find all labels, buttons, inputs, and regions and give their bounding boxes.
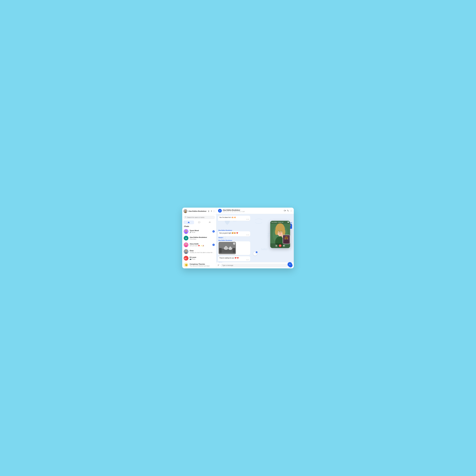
video-call-main: Alaa Eddine - Muted call <box>270 221 290 248</box>
chat-badge-tyson: 6 <box>212 230 215 233</box>
svg-point-19 <box>186 244 187 244</box>
svg-rect-29 <box>284 210 285 211</box>
search-box[interactable] <box>184 216 215 219</box>
svg-point-70 <box>287 238 287 238</box>
chat-header: A Alaa Eddine Boubekeur Seen on Fri, 31 … <box>216 208 294 214</box>
attach-button[interactable] <box>218 264 220 267</box>
app-window: Alaa Eddine Boubekeur 🗑 ⬇ ⬚ <box>182 208 294 268</box>
svg-point-21 <box>185 250 187 252</box>
sidebar-header-icons: 🗑 ⬇ ⬚ <box>208 210 215 212</box>
delete-icon[interactable]: 🗑 <box>208 210 210 212</box>
message-text-1: Yes I'm down for it 🔥 🔥 <box>219 217 236 218</box>
svg-point-2 <box>184 212 187 213</box>
cat-image: ⤢ <box>219 242 236 254</box>
chat-item-conspiracy[interactable]: 😟 Conspiracy Theories The internet is fi… <box>182 262 216 268</box>
end-call-button[interactable] <box>279 244 282 247</box>
scroll-down-icon: ↓ <box>255 253 255 255</box>
svg-point-57 <box>282 229 285 235</box>
svg-rect-40 <box>219 248 222 253</box>
svg-point-17 <box>185 245 187 247</box>
video-call-button[interactable] <box>284 210 286 212</box>
audio-wave-2 <box>218 237 223 238</box>
svg-line-6 <box>186 218 187 218</box>
chat-item-omer[interactable]: Ömer Usually you won't be able to close … <box>182 248 216 255</box>
svg-point-14 <box>186 231 187 231</box>
chat-main: A Alaa Eddine Boubekeur Seen on Fri, 31 … <box>216 208 294 268</box>
svg-point-24 <box>186 251 187 251</box>
chat-nav-tab[interactable] <box>194 221 204 224</box>
new-chat-fab[interactable]: + <box>288 262 292 267</box>
chat-header-avatar: A <box>218 209 222 213</box>
pip-video <box>283 235 290 244</box>
sidebar-user-avatar <box>184 209 187 213</box>
svg-point-18 <box>186 244 186 244</box>
chat-preview-alexa: see you soon ❤️ ✨ 🎉 <box>190 245 211 247</box>
search-input[interactable] <box>187 217 213 218</box>
chat-more-icon[interactable]: ⋮ <box>290 210 292 212</box>
chat-input-bar <box>216 262 294 268</box>
svg-point-1 <box>185 210 186 212</box>
chat-preview-omer: Usually you won't be able to close the c… <box>190 252 215 253</box>
message-text-2: See ya good night 🥰 😍 ❤️ <box>219 232 238 234</box>
svg-text:😟: 😟 <box>185 264 188 266</box>
video-toggle-button[interactable] <box>283 244 285 247</box>
svg-point-60 <box>279 231 279 232</box>
chat-name-tyson: Tyson Wood <box>190 230 211 231</box>
scroll-badge-count: 2 <box>256 251 257 253</box>
more-icon[interactable]: ⬚ <box>213 210 215 212</box>
chat-header-status: Seen on Fri, 31 Jan 2014 22:49:17 GMT <box>223 211 283 212</box>
video-call-cam-icon <box>288 221 289 223</box>
chat-name-es-zoom: ES zoom <box>190 256 215 258</box>
chat-preview-conspiracy: The internet is finished and dead <box>190 265 215 267</box>
download-icon[interactable]: ⬇ <box>211 210 212 212</box>
group-nav-tab[interactable] <box>204 221 215 224</box>
home-nav-tab[interactable] <box>184 221 194 224</box>
search-icon <box>185 216 187 218</box>
svg-point-67 <box>284 239 289 244</box>
chat-header-info: Alaa Eddine Boubekeur Seen on Fri, 31 Ja… <box>223 209 283 212</box>
chat-preview-es-zoom: 📷 Photo <box>190 258 215 260</box>
message-row-1: Yes I'm down for it 🔥 🔥 02:46 <box>218 216 292 221</box>
chat-avatar-alaa: A <box>184 236 188 240</box>
chat-info-alaa: Alaa Eddine Boubekeur I'll be there <box>190 237 215 240</box>
pip-video-inner <box>283 235 290 244</box>
sidebar-header: Alaa Eddine Boubekeur 🗑 ⬇ ⬚ <box>182 208 216 214</box>
image-expand-icon[interactable]: ⤢ <box>233 242 235 245</box>
message-time-3b: 02:47 <box>219 259 249 260</box>
chat-preview-tyson: 🎤 00:06 <box>190 232 211 233</box>
svg-point-9 <box>210 222 210 222</box>
video-call-overlay: Alaa Eddine - Muted call <box>270 221 290 248</box>
scroll-down-badge[interactable]: ↓ 2 <box>253 252 257 255</box>
message-row-3b: They're waiting for you ❤️ ❤️ 02:47 <box>218 256 292 262</box>
chat-item-tyson-wood[interactable]: Tyson Wood 🎤 00:06 6 <box>182 228 216 235</box>
message-time-2: 02:46 <box>219 234 249 236</box>
chat-header-actions: ⋮ <box>284 210 292 212</box>
voice-call-button[interactable] <box>287 210 289 212</box>
svg-point-61 <box>281 231 282 232</box>
sidebar-user-name: Alaa Eddine Boubekeur <box>188 210 207 212</box>
chats-label: Chats <box>182 225 216 228</box>
chat-name-alaa: Alaa Eddine Boubekeur <box>190 237 215 238</box>
mute-button[interactable] <box>275 244 278 247</box>
chat-header-name: Alaa Eddine Boubekeur <box>223 209 283 211</box>
svg-rect-71 <box>276 245 277 246</box>
chat-name-omer: Ömer <box>190 250 215 252</box>
svg-rect-64 <box>288 222 289 223</box>
svg-point-5 <box>185 217 186 218</box>
message-bubble-2: See ya good night 🥰 😍 ❤️ 02:46 <box>218 231 250 236</box>
svg-point-68 <box>285 237 288 239</box>
svg-point-23 <box>186 251 186 251</box>
chat-info-tyson: Tyson Wood 🎤 00:06 <box>190 230 211 233</box>
chat-preview-alaa: I'll be there <box>190 238 215 240</box>
chat-item-es-zoom[interactable]: ES ES zoom 📷 Photo <box>182 255 216 262</box>
svg-point-3 <box>185 211 185 211</box>
video-header-bar: Alaa Eddine - Muted call <box>270 221 290 224</box>
message-input[interactable] <box>221 264 288 267</box>
chat-badge-alexa: 3 <box>212 244 215 246</box>
cat-image-placeholder: ⤢ <box>219 242 236 254</box>
svg-point-69 <box>286 238 286 238</box>
message-bubble-1: Yes I'm down for it 🔥 🔥 02:46 <box>218 216 250 221</box>
chat-item-alaa[interactable]: A Alaa Eddine Boubekeur I'll be there <box>182 235 216 241</box>
chat-item-alexa[interactable]: Alexa Smith see you soon ❤️ ✨ 🎉 3 <box>182 241 216 248</box>
scroll-badge-circle[interactable]: ↓ 2 <box>253 252 257 255</box>
